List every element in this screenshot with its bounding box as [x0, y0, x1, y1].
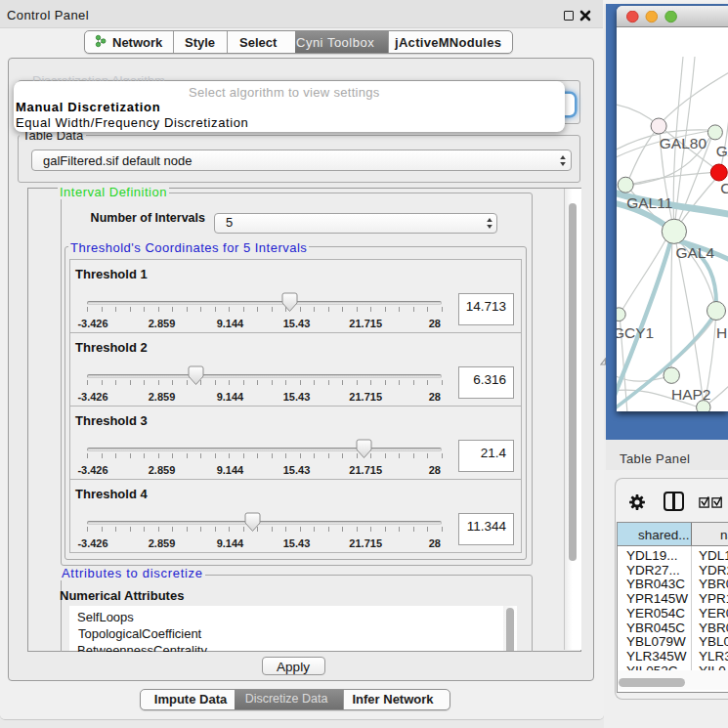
svg-text:GCY1: GCY1 [617, 324, 654, 341]
svg-text:GAL80: GAL80 [660, 135, 707, 151]
svg-text:HAP2: HAP2 [671, 386, 711, 403]
svg-text:H: H [716, 324, 727, 341]
svg-text:GAL11: GAL11 [626, 194, 672, 211]
svg-text:C: C [720, 180, 728, 196]
svg-text:GAL4: GAL4 [676, 244, 715, 261]
svg-text:GA: GA [716, 143, 728, 159]
